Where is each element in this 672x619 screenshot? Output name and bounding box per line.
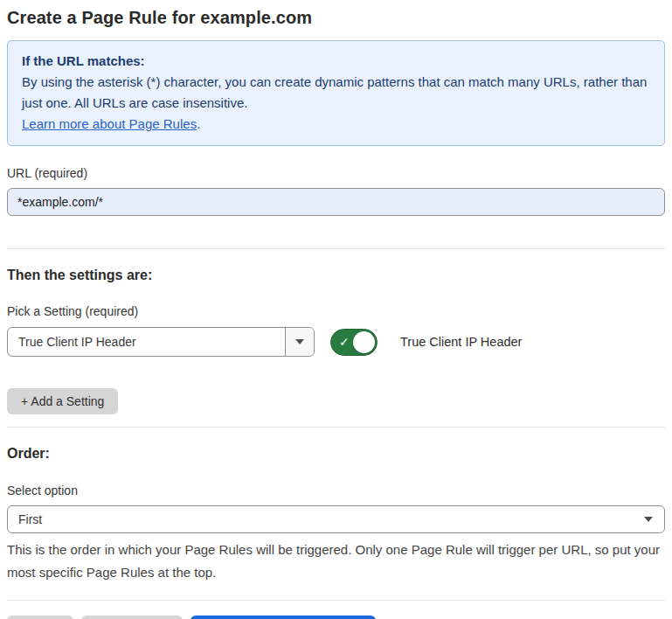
pick-setting-label: Pick a Setting (required) — [7, 304, 665, 318]
footer-divider — [7, 600, 665, 601]
link-suffix: . — [197, 116, 200, 131]
learn-more-link[interactable]: Learn more about Page Rules — [22, 116, 197, 131]
order-select-value: First — [8, 512, 52, 526]
setting-select-value: True Client IP Header — [8, 335, 285, 349]
url-match-info-box: If the URL matches: By using the asteris… — [7, 40, 665, 146]
cancel-button[interactable]: Cancel — [7, 616, 73, 619]
dropdown-arrow-icon — [295, 339, 304, 344]
section-divider — [7, 427, 665, 428]
setting-select-arrow-button[interactable] — [285, 328, 314, 356]
setting-row: True Client IP Header ✓ True Client IP H… — [7, 327, 665, 357]
true-client-ip-toggle[interactable]: ✓ — [330, 329, 378, 356]
save-deploy-button[interactable]: Save and Deploy Page Rule — [191, 616, 376, 619]
info-box-body: By using the asterisk (*) character, you… — [22, 72, 650, 114]
setting-select[interactable]: True Client IP Header — [7, 327, 315, 357]
info-box-heading: If the URL matches: — [22, 51, 650, 72]
url-input[interactable] — [7, 188, 665, 216]
toggle-label: True Client IP Header — [400, 335, 522, 349]
add-setting-button[interactable]: + Add a Setting — [7, 388, 118, 414]
url-field-label: URL (required) — [7, 166, 665, 180]
toggle-knob — [353, 331, 375, 353]
page-rule-form: Create a Page Rule for example.com If th… — [0, 5, 672, 619]
dropdown-arrow-icon — [644, 517, 653, 522]
order-select[interactable]: First — [7, 505, 665, 533]
section-divider — [7, 248, 665, 249]
order-select-label: Select option — [7, 483, 665, 497]
settings-section-heading: Then the settings are: — [7, 268, 665, 283]
footer-buttons: Cancel Save as Draft Save and Deploy Pag… — [7, 616, 665, 619]
save-draft-button[interactable]: Save as Draft — [81, 616, 184, 619]
order-section-heading: Order: — [7, 446, 665, 462]
checkmark-icon: ✓ — [339, 336, 350, 348]
order-help-text: This is the order in which your Page Rul… — [7, 539, 665, 584]
info-box-link-line: Learn more about Page Rules. — [22, 114, 650, 135]
setting-toggle-wrap: ✓ True Client IP Header — [330, 329, 522, 356]
page-title: Create a Page Rule for example.com — [7, 5, 665, 28]
